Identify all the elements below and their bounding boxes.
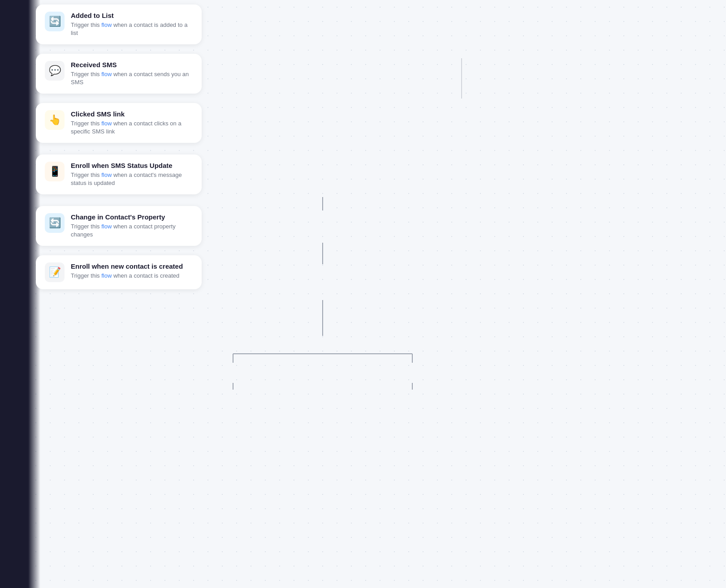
card-content-contact-property: Change in Contact's Property Trigger thi… (71, 213, 193, 239)
card-desc: Trigger this flow when a contact propert… (71, 223, 193, 239)
card-title: Enroll when new contact is created (71, 262, 183, 270)
sidebar-card-sms-status[interactable]: 📱 Enroll when SMS Status Update Trigger … (36, 155, 202, 194)
card-title: Change in Contact's Property (71, 213, 193, 221)
card-icon-received-sms: 💬 (45, 61, 65, 81)
sidebar-card-clicked-sms[interactable]: 👆 Clicked SMS link Trigger this flow whe… (36, 103, 202, 143)
card-content-new-contact: Enroll when new contact is created Trigg… (71, 262, 183, 280)
card-content-clicked-sms: Clicked SMS link Trigger this flow when … (71, 110, 193, 136)
card-icon-added-to-list: 🔄 (45, 12, 65, 31)
card-icon-new-contact: 📝 (45, 262, 65, 282)
sidebar-panel: 🔄 Added to List Trigger this flow when a… (0, 0, 202, 588)
sidebar-card-new-contact[interactable]: 📝 Enroll when new contact is created Tri… (36, 255, 202, 289)
card-title: Added to List (71, 12, 193, 19)
card-desc: Trigger this flow when a contact is adde… (71, 21, 193, 37)
card-icon-contact-property: 🔄 (45, 213, 65, 233)
card-desc: Trigger this flow when a contact sends y… (71, 70, 193, 86)
card-desc: Trigger this flow when a contact's messa… (71, 171, 193, 187)
card-desc: Trigger this flow when a contact clicks … (71, 120, 193, 136)
card-icon-sms-status: 📱 (45, 162, 65, 181)
card-icon-clicked-sms: 👆 (45, 110, 65, 130)
card-content-added-to-list: Added to List Trigger this flow when a c… (71, 12, 193, 37)
card-title: Enroll when SMS Status Update (71, 162, 193, 169)
card-content-received-sms: Received SMS Trigger this flow when a co… (71, 61, 193, 86)
sidebar-card-added-to-list[interactable]: 🔄 Added to List Trigger this flow when a… (36, 4, 202, 44)
card-content-sms-status: Enroll when SMS Status Update Trigger th… (71, 162, 193, 187)
sidebar-card-contact-property[interactable]: 🔄 Change in Contact's Property Trigger t… (36, 206, 202, 246)
card-title: Clicked SMS link (71, 110, 193, 118)
sidebar-card-received-sms[interactable]: 💬 Received SMS Trigger this flow when a … (36, 54, 202, 94)
card-desc: Trigger this flow when a contact is crea… (71, 272, 183, 280)
card-title: Received SMS (71, 61, 193, 69)
